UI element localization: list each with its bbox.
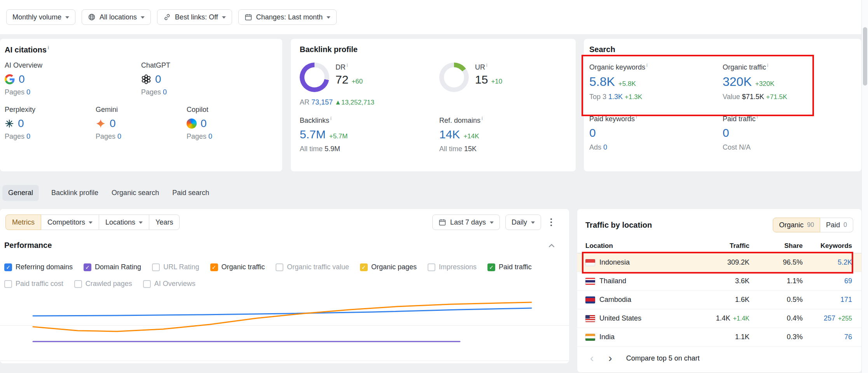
location-row-cambodia[interactable]: Cambodia 1.6K 0.5% 171 — [577, 291, 861, 309]
dr-value: 72 — [335, 73, 348, 86]
ai-citations-count[interactable]: 0 — [19, 73, 25, 85]
ai-source-label: AI Overview — [5, 61, 141, 70]
locations-table: Location Traffic Share Keywords Indonesi… — [577, 239, 861, 347]
traffic-by-location-title: Traffic by location — [585, 221, 652, 230]
keywords-link[interactable]: 257 — [824, 314, 835, 322]
checkbox-icon — [4, 263, 12, 271]
chart-config-segments: Metrics Competitors Locations Years — [5, 214, 180, 230]
locations-footer: ‹ › Compare top 5 on chart — [577, 347, 861, 370]
metric-ai-overviews[interactable]: AI Overviews — [143, 280, 196, 288]
paid-traffic-value[interactable]: 0 — [723, 126, 729, 139]
location-row-indonesia[interactable]: Indonesia 309.2K 96.5% 5.2K — [577, 253, 861, 272]
checkbox-icon — [487, 263, 495, 271]
chevron-down-icon — [139, 221, 143, 224]
keywords-link[interactable]: 5.2K — [838, 258, 852, 267]
ai-citations-row: AI Overview 0 Pages 0 ChatGPT — [5, 61, 278, 96]
country-name: India — [599, 333, 615, 341]
metrics-segment[interactable]: Metrics — [5, 214, 41, 230]
pages-count[interactable]: 0 — [26, 88, 30, 96]
locations-segment[interactable]: Locations — [99, 214, 149, 230]
ai-citations-count[interactable]: 0 — [201, 117, 207, 130]
changes-filter[interactable]: Changes: Last month — [238, 9, 337, 25]
compare-top5-link[interactable]: Compare top 5 on chart — [626, 354, 700, 363]
calendar-icon — [245, 13, 252, 21]
tab-general[interactable]: General — [2, 185, 39, 201]
filters-toolbar: Monthly volume All locations Best l — [0, 0, 861, 34]
info-icon: i — [646, 63, 648, 68]
years-segment[interactable]: Years — [149, 214, 180, 230]
organic-keywords-stat: Organic keywordsi 5.8K +5.8K Top 3 1.3K … — [589, 63, 723, 101]
metric-crawled-pages[interactable]: Crawled pages — [74, 280, 132, 288]
metric-paid-traffic-cost[interactable]: Paid traffic cost — [4, 280, 63, 288]
ai-source-label: ChatGPT — [141, 61, 278, 70]
metric-organic-pages[interactable]: Organic pages — [360, 263, 417, 271]
prev-page-icon[interactable]: ‹ — [590, 352, 594, 364]
performance-chart[interactable] — [0, 296, 569, 363]
metric-domain-rating[interactable]: Domain Rating — [84, 263, 141, 271]
chevron-down-icon — [65, 16, 69, 19]
chevron-down-icon — [327, 16, 330, 19]
organic-toggle-button[interactable]: Organic 90 — [773, 218, 820, 232]
tab-backlink-profile[interactable]: Backlink profile — [51, 185, 99, 201]
pages-count[interactable]: 0 — [26, 132, 30, 140]
checkbox-icon — [74, 280, 82, 288]
top3-value[interactable]: 1.3K — [608, 93, 623, 101]
ahrefs-rank-value[interactable]: 73,157 — [311, 98, 333, 106]
backlinks-value[interactable]: 5.7M — [300, 128, 326, 141]
keywords-link[interactable]: 69 — [844, 277, 852, 285]
location-row-thailand[interactable]: Thailand 3.6K 1.1% 69 — [577, 272, 861, 291]
keywords-link[interactable]: 76 — [844, 333, 852, 341]
keywords-link[interactable]: 171 — [840, 296, 852, 304]
ads-count[interactable]: 0 — [603, 143, 607, 151]
performance-chart-svg — [0, 296, 569, 363]
more-options-button[interactable] — [547, 215, 556, 229]
info-icon: i — [48, 45, 49, 51]
site-explorer-overview: Monthly volume All locations Best l — [0, 0, 868, 373]
metric-impressions[interactable]: Impressions — [428, 263, 477, 271]
backlinks-stat: Backlinksi 5.7M +5.7M All time 5.9M — [300, 116, 439, 153]
location-row-united-states[interactable]: United States 1.4K +1.4K 0.4% 257 +255 — [577, 309, 861, 328]
chevron-down-icon — [89, 221, 93, 224]
metric-organic-traffic[interactable]: Organic traffic — [210, 263, 265, 271]
location-row-india[interactable]: India 1.1K 0.3% 76 — [577, 328, 861, 347]
pages-label: Pages — [187, 132, 206, 140]
ai-tile-perplexity: Perplexity 0 Pages 0 — [5, 106, 96, 141]
page-scrollbar[interactable] — [861, 0, 868, 373]
checkbox-icon — [84, 263, 91, 271]
ai-citations-count[interactable]: 0 — [18, 117, 24, 130]
chart-line-organic-traffic — [33, 302, 531, 331]
organic-traffic-value[interactable]: 320K — [723, 75, 752, 89]
google-icon — [5, 74, 15, 84]
scrollbar-thumb[interactable] — [863, 27, 867, 85]
date-range-selector[interactable]: Last 7 days — [432, 214, 500, 230]
ai-tile-chatgpt: ChatGPT 0 Pages 0 — [141, 61, 278, 96]
info-icon: i — [347, 63, 348, 68]
metric-url-rating[interactable]: URL Rating — [152, 263, 199, 271]
monthly-volume-filter[interactable]: Monthly volume — [6, 9, 75, 25]
collapse-section-button[interactable] — [548, 243, 555, 248]
ai-citations-count[interactable]: 0 — [110, 117, 116, 130]
all-locations-filter[interactable]: All locations — [82, 9, 151, 25]
ai-citations-count[interactable]: 0 — [155, 73, 161, 85]
india-flag-icon — [585, 334, 595, 341]
competitors-segment[interactable]: Competitors — [41, 214, 99, 230]
next-page-icon[interactable]: › — [608, 352, 612, 364]
metric-referring-domains[interactable]: Referring domains — [4, 263, 73, 271]
tab-paid-search[interactable]: Paid search — [171, 185, 210, 201]
ref-domains-value[interactable]: 14K — [439, 128, 460, 141]
paid-toggle-button[interactable]: Paid 0 — [820, 218, 853, 232]
best-links-filter[interactable]: Best links: Off — [157, 9, 232, 25]
metric-organic-traffic-value[interactable]: Organic traffic value — [276, 263, 349, 271]
performance-toolbar: Metrics Competitors Locations Years — [0, 209, 569, 230]
organic-keywords-value[interactable]: 5.8K — [589, 75, 615, 89]
tab-organic-search[interactable]: Organic search — [111, 185, 160, 201]
pages-count[interactable]: 0 — [117, 132, 121, 140]
metric-paid-traffic[interactable]: Paid traffic — [487, 263, 532, 271]
pages-count[interactable]: 0 — [208, 132, 212, 140]
pages-count[interactable]: 0 — [163, 88, 167, 96]
card-title: AI citationsi — [5, 45, 278, 54]
indonesia-flag-icon — [585, 259, 595, 266]
granularity-selector[interactable]: Daily — [505, 214, 541, 230]
paid-keywords-value[interactable]: 0 — [589, 126, 596, 139]
info-icon: i — [486, 63, 487, 68]
